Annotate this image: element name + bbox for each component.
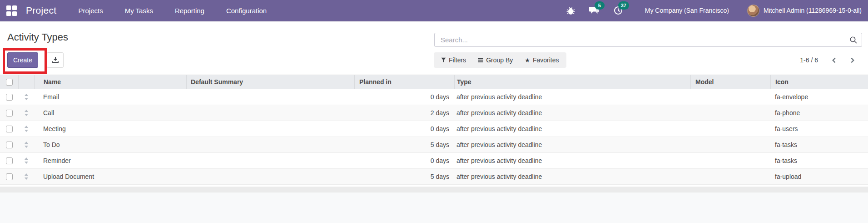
- cell-icon: fa-users: [770, 125, 868, 132]
- column-header-default-summary[interactable]: Default Summary: [186, 75, 354, 89]
- filter-funnel-icon: [441, 57, 446, 63]
- cell-type: after previous activity deadline: [454, 157, 690, 164]
- company-switcher[interactable]: My Company (San Francisco): [645, 7, 729, 14]
- drag-handle[interactable]: [18, 173, 34, 180]
- avatar: [747, 5, 759, 17]
- table-row[interactable]: Call 2 days after previous activity dead…: [0, 105, 868, 121]
- pager: 1-6 / 6: [800, 52, 858, 68]
- activities-menu[interactable]: 37: [612, 5, 624, 16]
- row-checkbox-cell: [0, 94, 18, 101]
- cell-type: after previous activity deadline: [454, 173, 690, 180]
- table-header-row: Name Default Summary Planned in Type Mod…: [0, 75, 868, 89]
- handle-header-cell: [18, 75, 34, 89]
- pager-next-button[interactable]: [846, 54, 858, 66]
- menu-configuration[interactable]: Configuration: [226, 7, 267, 15]
- cell-icon: fa-envelope: [770, 93, 868, 101]
- cell-icon: fa-tasks: [770, 141, 868, 148]
- group-by-label: Group By: [486, 56, 513, 64]
- bug-icon: [566, 6, 575, 15]
- row-checkbox-cell: [0, 173, 18, 180]
- sort-handle-icon: [24, 173, 29, 180]
- apps-grid-icon[interactable]: [6, 5, 17, 16]
- create-button[interactable]: Create: [7, 52, 38, 68]
- messages-menu[interactable]: 5: [589, 5, 600, 16]
- row-checkbox-cell: [0, 142, 18, 148]
- cell-name: To Do: [34, 141, 186, 148]
- navbar-systray: 5 37 My Company (San Francisco) Mitchell…: [565, 5, 862, 17]
- cell-icon: fa-upload: [770, 173, 868, 180]
- cell-type: after previous activity deadline: [454, 93, 690, 101]
- user-name: Mitchell Admin (11286969-15-0-all): [764, 7, 862, 14]
- nav-menu: Projects My Tasks Reporting Configuratio…: [78, 7, 267, 15]
- search-icon[interactable]: [849, 36, 858, 46]
- cell-planned-in: 5 days: [354, 141, 454, 148]
- cell-icon: fa-phone: [770, 109, 868, 117]
- table-footer-strip: [0, 187, 868, 193]
- sort-handle-icon: [24, 94, 29, 100]
- column-header-model[interactable]: Model: [690, 75, 770, 89]
- search-box: [434, 33, 862, 47]
- table-row[interactable]: To Do 5 days after previous activity dea…: [0, 137, 868, 153]
- column-header-type[interactable]: Type: [454, 75, 690, 89]
- menu-projects[interactable]: Projects: [78, 7, 103, 15]
- odoo-window: Project Projects My Tasks Reporting Conf…: [0, 0, 868, 223]
- column-header-name[interactable]: Name: [34, 75, 186, 89]
- app-name[interactable]: Project: [26, 5, 56, 16]
- cell-name: Reminder: [34, 157, 186, 164]
- messages-badge: 5: [595, 1, 605, 10]
- grid-square: [6, 5, 11, 10]
- cell-name: Email: [34, 93, 186, 101]
- column-header-icon[interactable]: Icon: [770, 75, 868, 89]
- row-checkbox[interactable]: [6, 142, 13, 148]
- drag-handle[interactable]: [18, 142, 34, 148]
- cell-type: after previous activity deadline: [454, 109, 690, 117]
- sort-handle-icon: [24, 110, 29, 116]
- cell-icon: fa-tasks: [770, 157, 868, 164]
- table-row[interactable]: Email 0 days after previous activity dea…: [0, 89, 868, 105]
- cell-name: Meeting: [34, 125, 186, 132]
- menu-reporting[interactable]: Reporting: [175, 7, 204, 15]
- drag-handle[interactable]: [18, 126, 34, 132]
- cell-planned-in: 0 days: [354, 157, 454, 164]
- row-checkbox[interactable]: [6, 157, 13, 164]
- menu-my-tasks[interactable]: My Tasks: [125, 7, 153, 15]
- user-menu[interactable]: Mitchell Admin (11286969-15-0-all): [747, 5, 862, 17]
- pager-range: 1-6 / 6: [800, 56, 818, 64]
- cell-name: Upload Document: [34, 173, 186, 180]
- cell-planned-in: 5 days: [354, 173, 454, 180]
- cell-type: after previous activity deadline: [454, 125, 690, 132]
- debug-bug-icon[interactable]: [565, 5, 577, 16]
- row-checkbox[interactable]: [6, 110, 13, 117]
- row-checkbox-cell: [0, 126, 18, 132]
- export-button[interactable]: [47, 52, 64, 68]
- drag-handle[interactable]: [18, 157, 34, 164]
- filters-button[interactable]: Filters: [441, 56, 466, 64]
- favorites-button[interactable]: ★ Favorites: [525, 56, 559, 64]
- row-checkbox-cell: [0, 110, 18, 117]
- grid-square: [12, 11, 17, 16]
- search-input[interactable]: [435, 33, 862, 46]
- cell-planned-in: 0 days: [354, 93, 454, 101]
- column-header-planned-in[interactable]: Planned in: [354, 75, 454, 89]
- row-checkbox[interactable]: [6, 126, 13, 132]
- cell-planned-in: 0 days: [354, 125, 454, 132]
- activities-badge: 37: [618, 1, 629, 10]
- row-checkbox[interactable]: [6, 173, 13, 180]
- table-row[interactable]: Meeting 0 days after previous activity d…: [0, 121, 868, 137]
- drag-handle[interactable]: [18, 110, 34, 116]
- group-by-button[interactable]: Group By: [478, 56, 513, 64]
- row-checkbox[interactable]: [6, 94, 13, 101]
- select-all-cell: [0, 75, 18, 89]
- filters-label: Filters: [449, 56, 466, 64]
- control-panel: Activity Types Create Filt: [0, 22, 868, 75]
- page-title: Activity Types: [7, 31, 68, 43]
- select-all-checkbox[interactable]: [6, 79, 13, 86]
- table-row[interactable]: Upload Document 5 days after previous ac…: [0, 169, 868, 185]
- drag-handle[interactable]: [18, 94, 34, 100]
- cell-planned-in: 2 days: [354, 109, 454, 117]
- table-row[interactable]: Reminder 0 days after previous activity …: [0, 153, 868, 169]
- favorites-label: Favorites: [533, 56, 559, 64]
- chevron-left-icon: [831, 57, 837, 63]
- pager-previous-button[interactable]: [828, 54, 840, 66]
- star-icon: ★: [525, 57, 530, 64]
